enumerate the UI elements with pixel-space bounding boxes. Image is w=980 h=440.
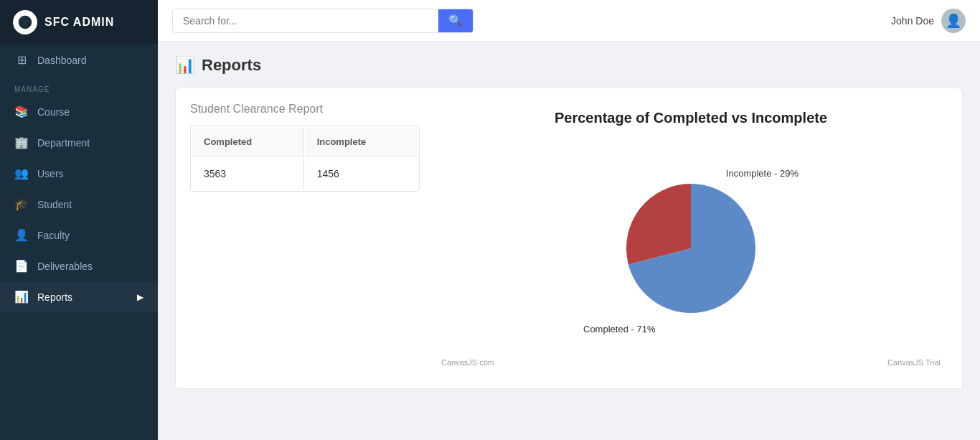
table-section: Student Clearance Report Completed Incom… (190, 103, 420, 374)
sidebar-item-users[interactable]: 👥 Users (0, 158, 158, 189)
app-name: SFC ADMIN (44, 16, 114, 29)
sidebar-item-label: Course (37, 106, 70, 118)
pie-chart (619, 177, 763, 320)
svg-rect-2 (26, 22, 28, 26)
header: 🔍 John Doe 👤 (158, 0, 980, 42)
svg-rect-1 (22, 22, 24, 26)
table-row: 3563 1456 (192, 158, 418, 189)
sidebar: SFC ADMIN ⊞ Dashboard MANAGE 📚 Course 🏢 … (0, 0, 158, 440)
sidebar-item-department[interactable]: 🏢 Department (0, 127, 158, 158)
val-completed: 3563 (192, 158, 304, 189)
page-content: 📊 Reports Student Clearance Report Compl… (158, 42, 980, 440)
user-info: John Doe 👤 (891, 9, 966, 33)
chart-section: Percentage of Completed vs Incomplete (434, 103, 948, 374)
completed-label: Completed - 71% (583, 324, 655, 334)
sidebar-item-label: Deliverables (37, 261, 93, 272)
course-icon: 📚 (14, 105, 29, 118)
reports-card: Student Clearance Report Completed Incom… (175, 88, 963, 389)
sidebar-item-label: Department (37, 137, 90, 149)
deliverables-icon: 📄 (14, 259, 29, 273)
main-content: 🔍 John Doe 👤 📊 Reports Student Clearance… (158, 0, 980, 440)
avatar: 👤 (941, 9, 966, 33)
sidebar-logo[interactable]: SFC ADMIN (0, 0, 158, 45)
search-input[interactable] (173, 9, 438, 32)
sidebar-item-label: Reports (37, 291, 72, 303)
reports-arrow-icon: ▶ (137, 292, 143, 302)
sidebar-item-label: Users (37, 168, 64, 179)
chart-title: Percentage of Completed vs Incomplete (555, 110, 827, 126)
table-title: Student Clearance Report (190, 103, 420, 116)
clearance-table: Completed Incomplete 3563 1456 (190, 126, 420, 192)
sidebar-item-label: Faculty (37, 230, 70, 241)
sidebar-item-deliverables[interactable]: 📄 Deliverables (0, 251, 158, 281)
val-incomplete: 1456 (306, 158, 418, 189)
reports-icon: 📊 (14, 290, 29, 304)
student-icon: 🎓 (14, 197, 29, 211)
chart-footer-left: CanvasJS.com (441, 358, 494, 367)
logo-icon (13, 10, 37, 34)
chart-footer: CanvasJS.com CanvasJS Trial (441, 351, 941, 367)
search-icon: 🔍 (448, 14, 463, 27)
search-button[interactable]: 🔍 (438, 9, 473, 32)
sidebar-item-faculty[interactable]: 👤 Faculty (0, 220, 158, 251)
user-name: John Doe (891, 15, 934, 27)
sidebar-section-manage: MANAGE (0, 75, 158, 96)
users-icon: 👥 (14, 167, 29, 180)
page-title-icon: 📊 (175, 56, 194, 75)
chart-footer-right: CanvasJS Trial (887, 358, 941, 367)
sidebar-item-label: Student (37, 199, 72, 210)
faculty-icon: 👤 (14, 228, 29, 242)
chart-container: Incomplete - 29% Completed - 71% (576, 148, 806, 349)
page-title-row: 📊 Reports (175, 56, 963, 75)
col-completed-header: Completed (192, 128, 304, 156)
department-icon: 🏢 (14, 136, 29, 149)
page-title: Reports (202, 56, 261, 75)
sidebar-item-course[interactable]: 📚 Course (0, 96, 158, 127)
sidebar-item-reports[interactable]: 📊 Reports ▶ (0, 281, 158, 312)
col-incomplete-header: Incomplete (306, 128, 418, 156)
dashboard-icon: ⊞ (14, 53, 29, 67)
incomplete-label: Incomplete - 29% (726, 168, 798, 179)
sidebar-item-student[interactable]: 🎓 Student (0, 189, 158, 220)
sidebar-item-label: Dashboard (37, 55, 87, 66)
sidebar-item-dashboard[interactable]: ⊞ Dashboard (0, 45, 158, 75)
search-bar: 🔍 (172, 9, 473, 33)
